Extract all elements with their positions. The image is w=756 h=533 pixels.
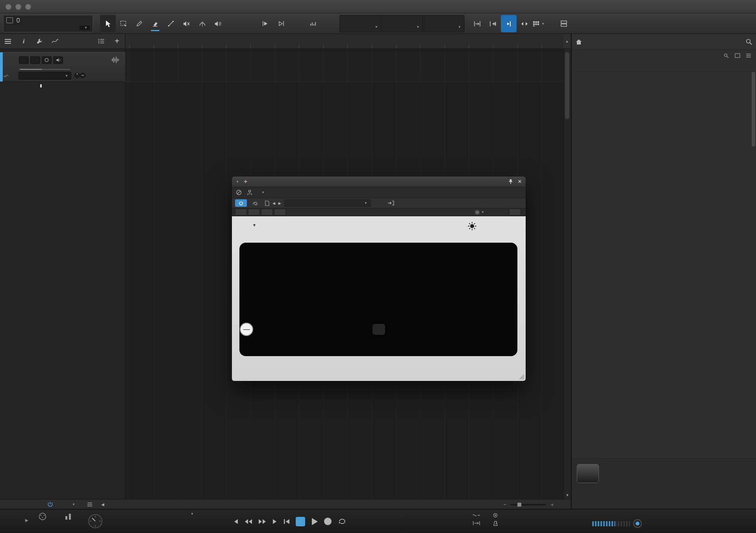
play-button[interactable] — [311, 518, 318, 526]
snap-dropdown[interactable]: ▼ — [423, 15, 464, 32]
return-to-start-button[interactable] — [284, 519, 290, 524]
compare-icon[interactable] — [252, 201, 258, 206]
track-solo-button[interactable] — [30, 56, 40, 64]
plugin-slot-dropdown[interactable]: ▼ — [258, 191, 265, 194]
footer-list-icon[interactable] — [87, 502, 93, 507]
preset-dropdown[interactable]: ▼ — [284, 199, 371, 207]
vertical-scrollbar[interactable]: ▼ — [563, 49, 571, 499]
home-icon[interactable] — [576, 39, 582, 45]
search-icon[interactable] — [746, 39, 752, 45]
scrollbar-thumb[interactable] — [565, 52, 569, 119]
chevron-down-icon[interactable]: ▼ — [481, 210, 484, 214]
automation-wave-icon[interactable] — [3, 74, 9, 78]
minimize-window-icon[interactable] — [15, 4, 21, 10]
time-signature[interactable] — [518, 513, 546, 515]
compare-button[interactable] — [248, 209, 260, 215]
eraser-tool-button[interactable] — [147, 15, 163, 32]
paste-button[interactable] — [274, 209, 286, 215]
mode-selector[interactable] — [372, 324, 385, 335]
track-volume-slider[interactable] — [20, 69, 70, 70]
arrow-tool-button[interactable] — [100, 15, 116, 32]
rewind-button[interactable] — [245, 519, 252, 524]
autoscroll-button[interactable] — [258, 15, 273, 32]
record-button[interactable] — [324, 518, 332, 525]
zoom-in-button[interactable]: ＋ — [550, 501, 555, 508]
macro-tools-button[interactable] — [305, 15, 321, 32]
automation-curve-icon[interactable] — [47, 39, 63, 44]
automation-mode-button[interactable] — [235, 209, 247, 215]
punch-range-icon[interactable] — [472, 521, 480, 526]
plugin-window[interactable]: ▼ + × ▼ — [232, 176, 526, 381]
zoom-slider[interactable] — [510, 504, 546, 505]
track-monitor-button[interactable] — [53, 56, 63, 64]
bypass-icon[interactable] — [236, 189, 242, 195]
list-view-icon[interactable] — [746, 53, 751, 58]
pin-icon[interactable] — [508, 179, 513, 184]
add-track-button[interactable]: + — [109, 37, 125, 46]
track-lane-1[interactable] — [125, 52, 563, 82]
quantize-dropdown[interactable]: ▼ — [340, 15, 382, 32]
main-time-display[interactable]: ▼ — [157, 511, 228, 516]
click-toggle[interactable] — [633, 519, 642, 528]
lane-mode-dropdown[interactable]: ▼ — [69, 503, 75, 506]
tempo-display[interactable] — [565, 513, 594, 515]
performance-indicator[interactable] — [58, 513, 79, 520]
transport-expand-icon[interactable]: ▶ — [25, 518, 28, 522]
zoom-window-icon[interactable] — [25, 4, 31, 10]
timeline-ruler[interactable] — [125, 34, 563, 49]
prev-preset-icon[interactable]: ◀ — [272, 201, 275, 205]
track-pan-knob[interactable] — [74, 72, 86, 79]
zoom-out-button[interactable]: − — [503, 501, 506, 507]
pencil-tool-button[interactable] — [132, 15, 147, 32]
power-icon[interactable] — [47, 501, 53, 507]
help-button[interactable] — [242, 15, 258, 32]
loop-button[interactable] — [337, 518, 348, 525]
copy-button[interactable] — [261, 209, 273, 215]
macro-control-panel[interactable]: ▼ — [3, 15, 93, 32]
precount-icon[interactable] — [472, 513, 480, 518]
timebase-dropdown[interactable]: ▼ — [382, 15, 423, 32]
track-mute-button[interactable] — [19, 56, 29, 64]
track-list-options-icon[interactable] — [93, 39, 109, 44]
bend-tool-button[interactable] — [195, 15, 210, 32]
plugin-window-header[interactable]: ▼ + × — [232, 176, 526, 187]
midi-indicator[interactable] — [32, 513, 53, 520]
scroll-up-icon[interactable]: ▲ — [563, 34, 571, 49]
close-icon[interactable]: × — [518, 178, 522, 186]
listen-tool-button[interactable] — [210, 15, 226, 32]
tool-wrench-icon[interactable] — [32, 38, 47, 45]
track-layout-dropdown[interactable]: ▼ — [528, 15, 549, 32]
browser-scrollbar[interactable] — [752, 72, 755, 284]
routing-icon[interactable] — [246, 190, 253, 195]
loop-locators[interactable] — [377, 512, 380, 530]
resize-handle-icon[interactable] — [519, 374, 524, 380]
fast-forward-button[interactable] — [258, 519, 266, 524]
dual-pane-button[interactable] — [556, 15, 572, 32]
sidechain-input-icon[interactable] — [387, 201, 394, 206]
xboard-button[interactable] — [509, 209, 521, 215]
macro-value-dropdown[interactable]: ▼ — [80, 26, 90, 30]
inspector-icon[interactable]: i — [16, 38, 32, 45]
spectral-display[interactable] — [239, 243, 517, 356]
snap-to-grid-button[interactable] — [469, 15, 485, 32]
spectral-dots-canvas[interactable] — [239, 243, 517, 356]
line-tool-button[interactable] — [163, 15, 179, 32]
range-tool-button[interactable] — [116, 15, 132, 32]
scroll-down-icon[interactable]: ▼ — [564, 491, 571, 499]
window-controls[interactable] — [6, 4, 31, 10]
fft-size-dropdown[interactable]: ▼ — [242, 223, 256, 227]
plugin-power-button[interactable] — [235, 199, 247, 207]
footer-back-icon[interactable]: ◀ — [101, 502, 104, 507]
snap-relative-button[interactable] — [485, 15, 501, 32]
panel-view-icon[interactable] — [735, 53, 740, 58]
zoom-button[interactable] — [289, 15, 305, 32]
add-insert-icon[interactable]: + — [244, 178, 247, 185]
metronome-icon[interactable] — [493, 521, 498, 526]
filter-icon[interactable] — [724, 53, 729, 58]
follow-cursor-button[interactable] — [273, 15, 289, 32]
window-menu-icon[interactable]: ▼ — [236, 180, 239, 184]
next-marker-button[interactable] — [272, 519, 278, 524]
snap-zero-crossing-button[interactable] — [501, 15, 517, 32]
preset-file-icon[interactable] — [265, 201, 269, 206]
record-mode-icon[interactable] — [493, 513, 498, 518]
